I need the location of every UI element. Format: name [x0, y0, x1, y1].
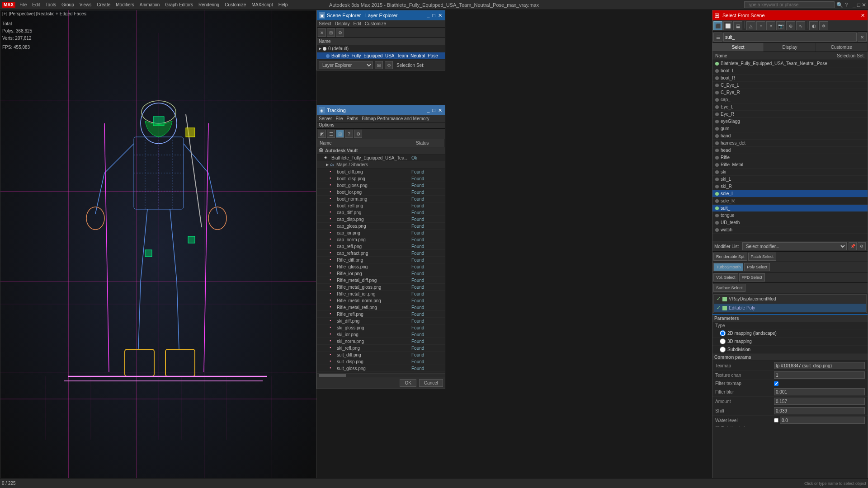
expand-arrow[interactable]: ▶ [319, 47, 321, 51]
file-row-17[interactable]: ▪ Rifle_metal_gloss.png Found [317, 284, 445, 291]
menu-file[interactable]: File [17, 1, 29, 8]
file-row-19[interactable]: ▪ Rifle_metal_norm.png Found [317, 297, 445, 304]
select-item-18[interactable]: sole_L [712, 190, 868, 197]
menu-help[interactable]: Help [276, 1, 290, 8]
scene-menu-customize[interactable]: Customize [365, 21, 386, 26]
mod-vol-select-btn[interactable]: Vol. Select [713, 273, 738, 282]
mod-turboosmooth-btn[interactable]: TurboSmooth [713, 263, 743, 271]
tab-customize[interactable]: Customize [816, 43, 868, 52]
asset-tb-btn1[interactable]: ◩ [318, 130, 326, 138]
select-item-22[interactable]: UD_teeth [712, 219, 868, 226]
scene-menu-display[interactable]: Display [335, 21, 350, 26]
file-row-13[interactable]: ▪ Rifle_diff.png Found [317, 257, 445, 263]
select-item-19[interactable]: sole_R [712, 197, 868, 205]
asset-cancel-btn[interactable]: Cancel [419, 379, 443, 387]
file-row-3[interactable]: ▪ boot_ior.png Found [317, 189, 445, 196]
filter-texmap-check[interactable] [774, 381, 778, 386]
file-row-5[interactable]: ▪ boot_refl.png Found [317, 202, 445, 209]
mod-item-1[interactable]: ✓ Editable Poly [714, 304, 866, 313]
file-row-12[interactable]: ▪ cap_refract.png Found [317, 250, 445, 257]
select-helpers-btn[interactable]: ⊕ [786, 21, 795, 30]
file-row-10[interactable]: ▪ cap_norm.png Found [317, 236, 445, 243]
asset-ok-btn[interactable]: OK [400, 379, 416, 387]
select-item-13[interactable]: Rifle [712, 154, 868, 161]
menu-customize[interactable]: Customize [222, 1, 248, 8]
select-lights-btn[interactable]: ☀ [766, 21, 775, 30]
menu-graph-editors[interactable]: Graph Editors [163, 1, 195, 8]
search-icon[interactable]: 🔍 [836, 2, 843, 8]
menu-edit[interactable]: Edit [30, 1, 42, 8]
texture-chan-input[interactable] [774, 371, 865, 379]
file-row-28[interactable]: ▪ suit_disp.png Found [317, 358, 445, 365]
maps-group-arrow[interactable]: ▶ [326, 163, 329, 167]
file-row-27[interactable]: ▪ suit_diff.png Found [317, 352, 445, 358]
scene-tb-btn2[interactable]: ⊞ [327, 28, 335, 37]
file-row-16[interactable]: ▪ Rifle_metal_diff.png Found [317, 277, 445, 284]
scene-minimize-btn[interactable]: _ [426, 13, 430, 19]
select-item-14[interactable]: Rifle_Metal [712, 161, 868, 169]
scene-tb-btn1[interactable]: ✕ [318, 28, 326, 37]
select-item-23[interactable]: watch [712, 226, 868, 234]
minimize-icon[interactable]: _ [853, 2, 856, 8]
select-item-9[interactable]: gum [712, 125, 868, 132]
select-item-12[interactable]: head [712, 147, 868, 154]
select-item-0[interactable]: Biathlete_Fully_Equipped_USA_Team_Neutra… [712, 60, 868, 67]
select-invert-btn[interactable]: ⬓ [733, 21, 742, 30]
mod-poly-select-btn[interactable]: Poly Select [744, 263, 770, 271]
asset-menu-bitmap-perf[interactable]: Bitmap Performance and Memory [362, 116, 429, 121]
select-display-btn[interactable]: ◐ [809, 21, 818, 30]
select-cameras-btn[interactable]: 📷 [776, 21, 785, 30]
select-shapes-btn[interactable]: ○ [756, 21, 765, 30]
menu-views[interactable]: Views [77, 1, 94, 8]
select-item-6[interactable]: Eye_L [712, 103, 868, 111]
select-filter-btn[interactable]: ☰ [713, 33, 722, 42]
file-row-6[interactable]: ▪ cap_diff.png Found [317, 209, 445, 216]
select-spline-btn[interactable]: ∿ [796, 21, 805, 30]
select-item-7[interactable]: Eye_R [712, 111, 868, 118]
radio-2d-mapping[interactable] [720, 330, 726, 336]
viewport-3d[interactable]: [+] [Perspective] [Realistic + Edged Fac… [0, 10, 316, 488]
select-item-3[interactable]: C_Eye_L [712, 82, 868, 89]
shift-input[interactable] [774, 407, 865, 414]
asset-tb-btn2[interactable]: ☰ [327, 130, 335, 138]
asset-tb-btn5[interactable]: ⚙ [354, 130, 362, 138]
file-row-18[interactable]: ▪ Rifle_metal_ior.png Found [317, 291, 445, 297]
hscroll-thumb[interactable] [319, 374, 346, 377]
asset-minimize-btn[interactable]: _ [426, 108, 430, 113]
scene-menu-select[interactable]: Select [319, 21, 331, 26]
scene-maximize-btn[interactable]: □ [431, 13, 436, 19]
layer-row-0[interactable]: ▶ 0 (default) [317, 45, 445, 52]
radio-3d-mapping[interactable] [720, 338, 726, 344]
asset-tb-btn3[interactable]: ⊞ [336, 130, 344, 138]
main-file-row[interactable]: ◈ Biathlete_Fully_Equipped_USA_Team_Neut… [317, 155, 445, 161]
file-row-11[interactable]: ▪ cap_refl.png Found [317, 243, 445, 250]
select-item-21[interactable]: tongue [712, 212, 868, 219]
filter-blur-input[interactable] [774, 388, 865, 395]
asset-maximize-btn[interactable]: □ [431, 108, 436, 113]
file-row-15[interactable]: ▪ Rifle_ior.png Found [317, 270, 445, 277]
select-close-btn[interactable]: ✕ [860, 13, 866, 19]
water-level-input[interactable] [780, 417, 865, 424]
file-row-26[interactable]: ▪ ski_refl.png Found [317, 345, 445, 352]
file-row-14[interactable]: ▪ Rifle_gloss.png Found [317, 263, 445, 270]
select-item-1[interactable]: boot_L [712, 67, 868, 75]
file-row-7[interactable]: ▪ cap_disp.png Found [317, 216, 445, 223]
help-icon[interactable]: ? [844, 2, 848, 8]
vault-row[interactable]: 🏛 Autodesk Vault [317, 147, 445, 155]
scene-tb-btn3[interactable]: ⚙ [336, 28, 344, 37]
select-item-4[interactable]: C_Eye_R [712, 89, 868, 96]
mod-renderable-spt-btn[interactable]: Renderable Spt [713, 253, 747, 261]
scene-status-btn2[interactable]: ⚙ [385, 61, 393, 69]
select-none-btn[interactable]: ⬜ [723, 21, 732, 30]
asset-menu-options[interactable]: Options [319, 122, 334, 127]
scene-status-btn1[interactable]: ⊞ [375, 61, 383, 69]
select-item-16[interactable]: ski_L [712, 176, 868, 183]
asset-file-list[interactable]: 🏛 Autodesk Vault ◈ Biathlete_Fully_Equip… [317, 147, 445, 373]
mod-patch-select-btn[interactable]: Patch Select [748, 253, 777, 261]
layer-row-1[interactable]: Biathlete_Fully_Equipped_USA_Team_Neutra… [317, 52, 445, 60]
asset-menu-file[interactable]: File [335, 116, 343, 121]
file-row-0[interactable]: ▪ boot_diff.png Found [317, 169, 445, 175]
modifier-dropdown[interactable]: Select modifier... [742, 242, 847, 250]
mod-fpd-select-btn[interactable]: FPD Select [739, 273, 765, 282]
menu-maxscript[interactable]: MAXScript [249, 1, 275, 8]
